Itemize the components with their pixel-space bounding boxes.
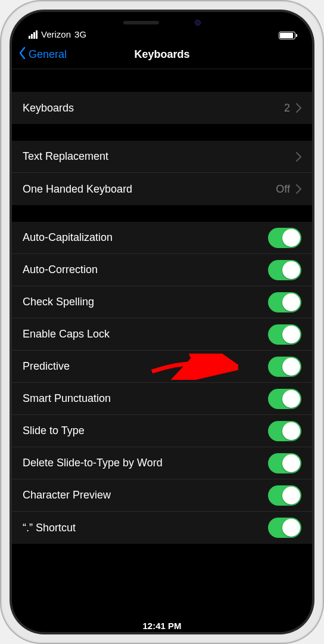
one-handed-value: Off [276,183,290,196]
toggle-row-predictive: Predictive [12,351,312,383]
toggle-switch[interactable] [268,421,301,441]
toggle-label: Enable Caps Lock [23,328,110,340]
network-label: 3G [74,29,86,39]
toggle-row-auto-correction: Auto-Correction [12,254,312,286]
back-button[interactable]: General [18,47,67,63]
one-handed-label: One Handed Keyboard [23,183,132,196]
toggle-label: Slide to Type [23,425,85,437]
toggle-switch[interactable] [268,292,301,312]
text-replacement-label: Text Replacement [23,150,108,163]
back-label: General [29,48,67,61]
phone-frame: Verizon 3G 12:41 PM General Keyboards [0,0,324,644]
phone-bezel: Verizon 3G 12:41 PM General Keyboards [10,10,314,634]
keyboards-row[interactable]: Keyboards 2 [12,92,312,124]
battery-icon [279,32,295,39]
speaker-grill [123,21,159,24]
status-right [279,32,295,39]
toggle-switch[interactable] [268,357,301,377]
toggle-label: Auto-Correction [23,264,98,276]
content[interactable]: Keyboards 2 Text Replacement [12,92,312,544]
toggle-switch[interactable] [268,518,301,538]
carrier-label: Verizon [41,29,71,39]
page-title: Keyboards [134,48,189,61]
toggle-switch[interactable] [268,260,301,280]
nav-bar: General Keyboards [12,41,312,69]
toggle-label: Character Preview [23,489,111,501]
toggle-switch[interactable] [268,389,301,409]
status-left: Verizon 3G [29,29,86,39]
one-handed-row[interactable]: One Handed Keyboard Off [12,173,312,205]
toggle-label: Smart Punctuation [23,392,111,405]
chevron-right-icon [296,152,301,162]
toggle-label: Delete Slide-to-Type by Word [23,457,163,469]
front-camera [195,20,201,26]
keyboards-group: Keyboards 2 [12,92,312,124]
clock: 12:41 PM [142,621,181,631]
chevron-left-icon [18,47,29,63]
toggle-row-enable-caps-lock: Enable Caps Lock [12,318,312,351]
toggle-label: Check Spelling [23,296,94,308]
toggle-label: Auto-Capitalization [23,231,113,244]
toggle-row-check-spelling: Check Spelling [12,286,312,318]
toggle-row--shortcut: “.” Shortcut [12,512,312,544]
toggle-group: Auto-CapitalizationAuto-CorrectionCheck … [12,222,312,544]
toggle-row-delete-slide-to-type-by-word: Delete Slide-to-Type by Word [12,447,312,479]
toggle-row-smart-punctuation: Smart Punctuation [12,383,312,415]
callout-arrow-icon [149,354,238,380]
signal-icon [29,30,38,39]
toggle-label: “.” Shortcut [23,522,76,534]
text-group: Text Replacement One Handed Keyboard Off [12,141,312,205]
chevron-right-icon [296,103,301,113]
keyboards-count: 2 [284,102,290,114]
toggle-switch[interactable] [268,228,301,248]
screen: Verizon 3G 12:41 PM General Keyboards [12,12,312,632]
keyboards-label: Keyboards [23,102,74,114]
toggle-switch[interactable] [268,485,301,506]
phone-notch [96,12,228,33]
toggle-row-auto-capitalization: Auto-Capitalization [12,222,312,254]
chevron-right-icon [296,184,301,194]
toggle-row-character-preview: Character Preview [12,479,312,512]
toggle-label: Predictive [23,360,70,373]
text-replacement-row[interactable]: Text Replacement [12,141,312,173]
toggle-switch[interactable] [268,453,301,473]
toggle-row-slide-to-type: Slide to Type [12,415,312,447]
toggle-switch[interactable] [268,324,301,345]
